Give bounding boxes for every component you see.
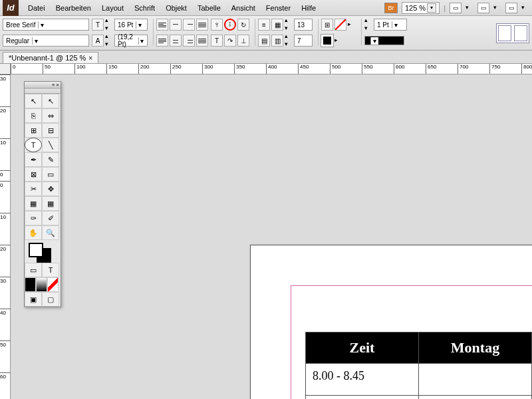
rows-up[interactable]: ▴	[285, 17, 293, 25]
align-left-icon[interactable]	[156, 19, 168, 31]
dropdown-icon[interactable]: ▾	[493, 4, 501, 12]
close-icon[interactable]: ×	[56, 82, 59, 88]
align-center-icon[interactable]	[170, 19, 182, 31]
preview-view-icon[interactable]: ▢	[42, 292, 59, 307]
document-canvas[interactable]: Zeit Montag 8.00 - 8.45 9.00 - 9.45 10.0…	[11, 74, 532, 399]
view-mode-icon-2[interactable]: ▭	[477, 3, 489, 13]
format-text-icon[interactable]: T	[42, 263, 59, 277]
header-montag[interactable]: Montag	[419, 332, 532, 364]
ruler-origin[interactable]	[0, 64, 11, 74]
free-transform-tool[interactable]: ✥	[42, 182, 59, 196]
selection-tool[interactable]: ↖	[25, 94, 42, 108]
cols-up[interactable]: ▴	[285, 33, 293, 41]
collapse-icon[interactable]: «	[52, 82, 55, 88]
menu-fenster[interactable]: Fenster	[261, 1, 296, 15]
leading-select[interactable]: (19,2 Pt)▾	[114, 35, 148, 47]
merge-h-icon[interactable]: ▤	[258, 35, 270, 47]
horizontal-ruler[interactable]: 0 50 100 150 200 250 300 350 400 450 500…	[11, 64, 532, 74]
menu-tabelle[interactable]: Tabelle	[192, 1, 226, 15]
justify-all-icon[interactable]	[196, 35, 208, 47]
no-border-icon[interactable]	[334, 19, 346, 31]
justify-center-icon[interactable]	[170, 35, 182, 47]
menu-bearbeiten[interactable]: Bearbeiten	[51, 1, 96, 15]
char-rotate-icon[interactable]: ↷	[224, 35, 236, 47]
valign-top-icon[interactable]: ⫯	[211, 19, 223, 31]
view-mode-icon-1[interactable]: ▭	[450, 3, 462, 13]
stroke-up[interactable]: ▴	[364, 17, 372, 25]
menu-ansicht[interactable]: Ansicht	[226, 1, 261, 15]
panel-grip[interactable]	[25, 88, 61, 94]
gap-tool[interactable]: ⇔	[42, 108, 59, 123]
font-style-select[interactable]: Regular▾	[3, 35, 89, 47]
stroke-style-select[interactable]: ▾	[364, 36, 404, 45]
content-collector-tool[interactable]: ⊞	[25, 123, 42, 138]
lead-down[interactable]: ▾	[105, 41, 113, 49]
menu-datei[interactable]: Datei	[23, 1, 51, 15]
rotate-text-icon[interactable]: ↻	[237, 19, 249, 31]
font-size-select[interactable]: 16 Pt▾	[114, 19, 148, 31]
dropdown-icon[interactable]: ▾	[521, 4, 529, 12]
fill-swatch[interactable]	[321, 35, 333, 47]
cell-time[interactable]: 9.00 - 9.45	[306, 396, 419, 400]
header-zeit[interactable]: Zeit	[306, 332, 419, 364]
eyedropper-tool[interactable]: ✐	[42, 211, 59, 225]
content-placer-tool[interactable]: ⊟	[42, 123, 59, 138]
text-direction-icon[interactable]: T	[211, 35, 223, 47]
page-tool[interactable]: ⎘	[25, 108, 42, 123]
gradient-swatch-tool[interactable]: ▦	[25, 196, 42, 211]
zoom-dropdown-icon[interactable]: ▾	[427, 3, 436, 13]
rectangle-frame-tool[interactable]: ⊠	[25, 167, 42, 182]
menu-schrift[interactable]: Schrift	[129, 1, 160, 15]
fill-stroke-swatch[interactable]	[25, 240, 59, 263]
valign-center-icon[interactable]: ⫱	[224, 19, 236, 31]
pen-tool[interactable]: ✒	[25, 152, 42, 167]
cell-time[interactable]: 8.00 - 8.45	[306, 364, 419, 396]
type-tool[interactable]: T	[25, 138, 42, 152]
view-mode-icon-3[interactable]: ▭	[505, 3, 517, 13]
cell-border-icon[interactable]: ⊞	[321, 19, 333, 31]
menu-layout[interactable]: Layout	[96, 1, 129, 15]
bridge-icon[interactable]: Br	[384, 3, 398, 13]
direct-selection-tool[interactable]: ↖	[42, 94, 59, 108]
table-row[interactable]: 8.00 - 8.45	[306, 364, 532, 396]
tools-panel[interactable]: « × ↖ ↖ ⎘ ⇔ ⊞ ⊟ T ╲ ✒ ✎ ⊠ ▭ ✂ ✥ ▦ ▦ ✑ ✐ …	[24, 81, 61, 307]
size-down[interactable]: ▾	[105, 25, 113, 33]
font-family-select[interactable]: Bree Serif▾	[3, 19, 89, 31]
align-right-icon[interactable]	[183, 19, 195, 31]
stroke-weight-select[interactable]: 1 Pt▾	[374, 19, 407, 31]
list-icon[interactable]: ≡	[258, 19, 270, 31]
rows-down[interactable]: ▾	[285, 25, 293, 33]
justify-icon[interactable]	[196, 19, 208, 31]
lead-up[interactable]: ▴	[105, 33, 113, 41]
merge-cols-icon[interactable]: ▥	[271, 35, 283, 47]
format-frame-icon[interactable]: ▭	[25, 263, 42, 277]
fill-color[interactable]	[29, 243, 43, 257]
cell-montag[interactable]	[419, 364, 532, 396]
schedule-table[interactable]: Zeit Montag 8.00 - 8.45 9.00 - 9.45 10.0…	[305, 332, 532, 399]
justify-left-icon[interactable]	[156, 35, 168, 47]
cols-input[interactable]	[294, 35, 313, 47]
hand-tool[interactable]: ✋	[25, 225, 42, 240]
rows-input[interactable]	[294, 19, 313, 31]
tab-close-icon[interactable]: ×	[88, 55, 92, 62]
note-tool[interactable]: ✑	[25, 211, 42, 225]
menu-hilfe[interactable]: Hilfe	[296, 1, 321, 15]
border-more-icon[interactable]: ▸	[348, 21, 356, 29]
cols-down[interactable]: ▾	[285, 41, 293, 49]
normal-view-icon[interactable]: ▣	[25, 292, 42, 307]
apply-gradient-icon[interactable]	[36, 277, 47, 292]
scissors-tool[interactable]: ✂	[25, 182, 42, 196]
stroke-down[interactable]: ▾	[364, 25, 372, 33]
justify-right-icon[interactable]	[183, 35, 195, 47]
cell-montag[interactable]	[419, 396, 532, 400]
pencil-tool[interactable]: ✎	[42, 152, 59, 167]
zoom-level[interactable]: 125 %▾	[402, 2, 440, 14]
gradient-feather-tool[interactable]: ▦	[42, 196, 59, 211]
baseline-icon[interactable]: ⊥	[237, 35, 249, 47]
document-tab[interactable]: *Unbenannt-1 @ 125 % ×	[3, 52, 98, 63]
line-tool[interactable]: ╲	[42, 138, 59, 152]
zoom-tool[interactable]: 🔍	[42, 225, 59, 240]
fill-more-icon[interactable]: ▸	[334, 37, 342, 45]
apply-none-icon[interactable]	[47, 277, 59, 292]
table-row[interactable]: 9.00 - 9.45	[306, 396, 532, 400]
